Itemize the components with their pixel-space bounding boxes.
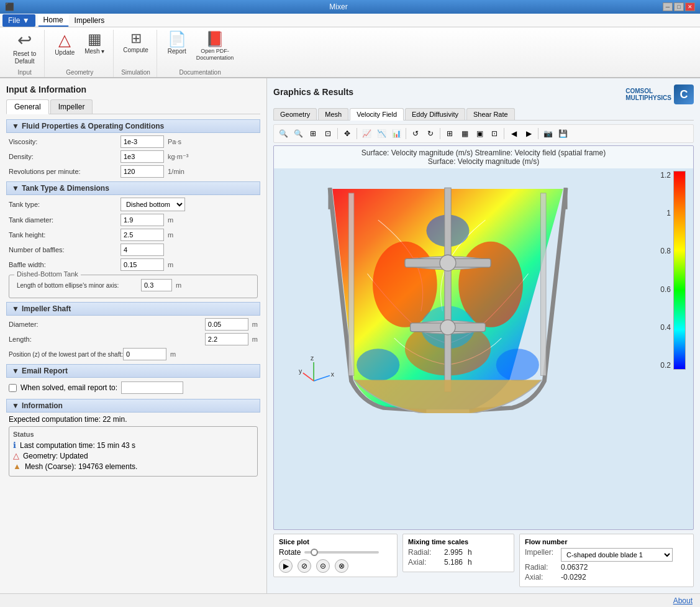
viewport-label: Surface: Velocity magnitude (m/s) Stream… [274, 146, 693, 168]
svg-rect-18 [348, 193, 354, 376]
zoom-out-button[interactable]: 🔍 [291, 127, 305, 140]
mesh-button[interactable]: ▦ Mesh ▾ [81, 30, 108, 57]
svg-rect-11 [445, 188, 451, 391]
comsol-logo-icon: C [674, 84, 694, 104]
zoom-in-button[interactable]: 🔍 [276, 127, 290, 140]
shaft-diameter-row: Diameter: m [6, 318, 260, 331]
scale-v4: 0.4 [660, 323, 671, 332]
rotate-play-button[interactable]: ▶ [279, 559, 293, 573]
tank-height-input[interactable] [120, 229, 164, 241]
toolbar-sep-6 [538, 128, 539, 139]
rotate-controls: ▶ ⊘ ⊝ ⊗ [279, 559, 392, 573]
baffle-width-unit: m [168, 261, 173, 268]
tank-diameter-input[interactable] [120, 214, 164, 226]
report-icon: 📄 [168, 32, 186, 47]
menu-bar: File ▼ Home Impellers [0, 14, 700, 27]
update-button[interactable]: △ Update [51, 30, 78, 58]
maximize-button[interactable]: □ [674, 2, 684, 11]
tab-geometry[interactable]: Geometry [273, 108, 317, 120]
reset-button[interactable]: ↩ Reset toDefault [10, 30, 39, 67]
shaft-position-row: Position (z) of the lowest part of the s… [6, 348, 260, 360]
view-btn-3[interactable]: ▣ [473, 127, 486, 140]
graphics-tabs: Geometry Mesh Velocity Field Eddy Diffus… [273, 108, 694, 121]
rotate-left-button[interactable]: ↺ [409, 127, 422, 140]
flow-axial-row: Axial: -0.0292 [525, 573, 688, 582]
num-baffles-input[interactable] [120, 244, 164, 256]
info-icon: ℹ [13, 440, 16, 450]
left-tab-bar: General Impeller [6, 99, 260, 114]
fluid-collapse-icon[interactable]: ▼ [12, 122, 19, 130]
view-btn-4[interactable]: ⊡ [488, 127, 501, 140]
flow-radial-row: Radial: 0.06372 [525, 563, 688, 572]
tab-impeller[interactable]: Impeller [50, 99, 93, 114]
save-button[interactable]: 💾 [556, 127, 570, 140]
info-collapse-icon[interactable]: ▼ [12, 401, 19, 410]
mesh-label: Mesh ▾ [84, 48, 104, 55]
export-btn-2[interactable]: ▶ [522, 127, 535, 140]
screenshot-button[interactable]: 📷 [541, 127, 555, 140]
home-menu[interactable]: Home [38, 14, 69, 27]
export-btn-1[interactable]: ◀ [507, 127, 520, 140]
shaft-diameter-label: Diameter: [9, 321, 120, 328]
title-icon: ⬛ [5, 2, 14, 11]
impeller-shaft-title: Impeller Shaft [22, 304, 71, 313]
tab-mesh[interactable]: Mesh [318, 108, 348, 120]
slider-container: Rotate [279, 548, 392, 557]
view-btn-2[interactable]: ▦ [458, 127, 471, 140]
expected-time-value: 22 min. [102, 415, 127, 424]
compute-icon: ⊞ [130, 32, 142, 45]
scale-v5: 0.2 [660, 361, 671, 370]
tank-type-select[interactable]: Dished bottom Flat bottom Conical bottom [120, 198, 185, 211]
rotate-right-button[interactable]: ↻ [424, 127, 437, 140]
graph-btn-1[interactable]: 📈 [360, 127, 373, 140]
close-button[interactable]: ✕ [685, 2, 695, 11]
mixing-time-panel: Mixing time scales Radial: 2.995 h Axial… [402, 534, 514, 572]
tab-eddy-diffusivity[interactable]: Eddy Diffusivity [405, 108, 465, 120]
status-text-0: Last computation time: 15 min 43 s [20, 441, 135, 450]
rotate-stop-button[interactable]: ⊘ [298, 559, 311, 573]
graph-btn-2[interactable]: 📉 [375, 127, 388, 140]
tab-velocity-field[interactable]: Velocity Field [350, 108, 404, 121]
tab-general[interactable]: General [6, 99, 49, 114]
email-collapse-icon[interactable]: ▼ [12, 367, 19, 375]
slice-slider-thumb[interactable] [311, 549, 318, 556]
view-btn-1[interactable]: ⊞ [443, 127, 457, 140]
density-row: Density: kg·m⁻³ [6, 150, 260, 163]
zoom-fit-button[interactable]: ⊡ [321, 127, 335, 140]
shaft-diameter-input[interactable] [205, 318, 248, 331]
density-input[interactable] [120, 150, 164, 163]
impeller-select[interactable]: C-shaped double blade 1 [561, 548, 673, 562]
rotate-reverse-button[interactable]: ⊗ [335, 559, 348, 573]
status-item-0: ℹ Last computation time: 15 min 43 s [13, 440, 253, 450]
file-menu[interactable]: File ▼ [2, 14, 35, 27]
open-pdf-button[interactable]: 📕 Open PDF-Documentation [193, 30, 237, 63]
report-button[interactable]: 📄 Report [163, 30, 191, 57]
graph-btn-3[interactable]: 📊 [389, 127, 403, 140]
shaft-position-input[interactable] [123, 348, 166, 360]
status-bar: About [0, 593, 700, 607]
viscosity-input[interactable] [120, 135, 164, 148]
flow-number-title: Flow number [525, 538, 688, 545]
ellipse-input[interactable] [141, 279, 172, 291]
zoom-box-button[interactable]: ⊞ [306, 127, 320, 140]
shaft-length-input[interactable] [205, 333, 248, 345]
bottom-info: Slice plot Rotate ▶ ⊘ ⊝ ⊗ Mixing time sc… [273, 534, 694, 587]
compute-label: Compute [123, 47, 148, 54]
axial-mixing-row: Axial: 5.186 h [408, 558, 509, 567]
shaft-collapse-icon[interactable]: ▼ [12, 304, 19, 313]
num-baffles-label: Number of baffles: [9, 246, 120, 253]
impellers-menu[interactable]: Impellers [69, 14, 111, 27]
baffle-width-input[interactable] [120, 258, 164, 271]
about-link[interactable]: About [673, 596, 693, 605]
minimize-button[interactable]: ─ [663, 2, 673, 11]
tab-shear-rate[interactable]: Shear Rate [466, 108, 515, 120]
rotate-reset-button[interactable]: ⊝ [316, 559, 330, 573]
rpm-input[interactable] [120, 165, 164, 178]
pan-button[interactable]: ✥ [340, 127, 354, 140]
compute-button[interactable]: ⊞ Compute [120, 30, 152, 56]
email-checkbox[interactable] [9, 384, 17, 392]
tank-collapse-icon[interactable]: ▼ [12, 184, 19, 193]
scale-v2: 0.8 [660, 247, 671, 255]
email-input[interactable] [121, 381, 183, 394]
geometry-status-icon: △ [13, 451, 19, 460]
